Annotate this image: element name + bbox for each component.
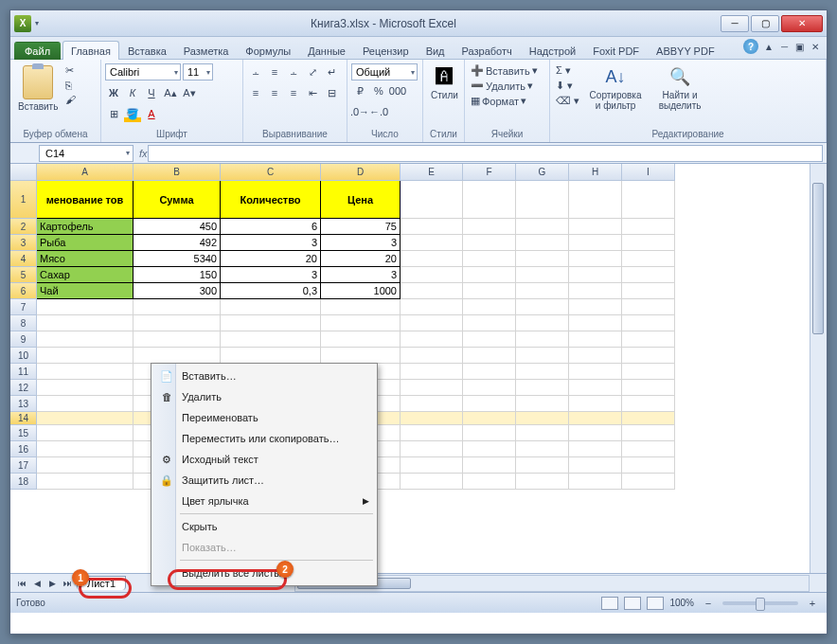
col-header-A[interactable]: A: [37, 164, 134, 181]
cell[interactable]: [569, 457, 622, 474]
row-header-5[interactable]: 5: [10, 267, 37, 283]
cell[interactable]: [463, 474, 516, 490]
cell[interactable]: [516, 251, 569, 267]
qat-dropdown[interactable]: ▾: [35, 19, 39, 27]
comma-button[interactable]: 000: [389, 82, 406, 99]
cell[interactable]: [401, 235, 463, 251]
cell[interactable]: 20: [221, 251, 321, 267]
cell[interactable]: [134, 348, 221, 364]
formula-input[interactable]: [148, 145, 823, 162]
cut-button[interactable]: ✂: [63, 63, 78, 78]
cell[interactable]: [221, 348, 321, 364]
row-header-10[interactable]: 10: [10, 348, 37, 364]
cell[interactable]: Чай: [37, 283, 134, 299]
col-header-H[interactable]: H: [569, 164, 622, 181]
cell[interactable]: [463, 331, 516, 348]
row-header-18[interactable]: 18: [10, 474, 37, 490]
cell[interactable]: [463, 251, 516, 267]
cell[interactable]: 3: [221, 235, 321, 251]
row-header-4[interactable]: 4: [10, 251, 37, 267]
cell[interactable]: [463, 364, 516, 380]
close-button[interactable]: ✕: [781, 15, 823, 32]
cell[interactable]: [569, 412, 622, 425]
cell[interactable]: [463, 181, 516, 219]
cell[interactable]: [516, 315, 569, 331]
col-header-I[interactable]: I: [622, 164, 675, 181]
row-header-2[interactable]: 2: [10, 219, 37, 235]
find-select-button[interactable]: 🔍Найти и выделить: [650, 63, 710, 113]
cell[interactable]: [569, 331, 622, 348]
doc-restore-icon[interactable]: ▣: [793, 40, 806, 54]
menu-source[interactable]: ⚙Исходный текст: [153, 449, 375, 470]
tab-data[interactable]: Данные: [299, 41, 354, 60]
cell[interactable]: [516, 425, 569, 441]
tab-review[interactable]: Рецензир: [354, 41, 418, 60]
align-left-button[interactable]: ≡: [247, 84, 264, 101]
row-header-1[interactable]: 1: [10, 181, 37, 219]
currency-button[interactable]: ₽: [351, 82, 368, 99]
font-name-combo[interactable]: Calibri: [105, 63, 181, 80]
row-header-6[interactable]: 6: [10, 283, 37, 299]
cell[interactable]: [622, 364, 675, 380]
cells-insert-button[interactable]: ➕ Вставить ▾: [469, 63, 540, 78]
cell[interactable]: [622, 331, 675, 348]
cell[interactable]: [401, 396, 463, 412]
cell[interactable]: [569, 348, 622, 364]
fill-button[interactable]: ⬇ ▾: [554, 79, 581, 93]
cell[interactable]: [463, 283, 516, 299]
align-top-button[interactable]: ⫠: [247, 63, 264, 80]
cell[interactable]: 0,3: [221, 283, 321, 299]
name-box[interactable]: C14: [39, 145, 134, 162]
cell[interactable]: [516, 283, 569, 299]
grow-font-button[interactable]: A▴: [162, 84, 179, 101]
menu-tabcolor[interactable]: Цвет ярлычка▶: [153, 491, 375, 511]
cell[interactable]: [37, 315, 134, 331]
cell[interactable]: [569, 315, 622, 331]
sheet-nav-first[interactable]: ⏮: [14, 576, 29, 591]
cell[interactable]: [401, 331, 463, 348]
cell[interactable]: [622, 251, 675, 267]
clear-button[interactable]: ⌫ ▾: [554, 94, 581, 108]
cell[interactable]: [463, 315, 516, 331]
cell[interactable]: [569, 251, 622, 267]
merge-button[interactable]: ⊟: [323, 84, 340, 101]
col-header-D[interactable]: D: [321, 164, 401, 181]
align-center-button[interactable]: ≡: [266, 84, 283, 101]
underline-button[interactable]: Ч: [143, 84, 160, 101]
row-header-16[interactable]: 16: [10, 441, 37, 457]
cell[interactable]: [37, 412, 134, 425]
cell[interactable]: 300: [134, 283, 221, 299]
cell[interactable]: [401, 380, 463, 396]
cell[interactable]: [622, 235, 675, 251]
cell[interactable]: [401, 441, 463, 457]
cell[interactable]: [401, 251, 463, 267]
cell[interactable]: [569, 181, 622, 219]
cell[interactable]: [622, 315, 675, 331]
cell[interactable]: 5340: [134, 251, 221, 267]
cell[interactable]: [463, 299, 516, 315]
row-header-12[interactable]: 12: [10, 380, 37, 396]
select-all-corner[interactable]: [10, 164, 37, 181]
cell[interactable]: [516, 348, 569, 364]
cell[interactable]: [321, 315, 401, 331]
cell[interactable]: [463, 441, 516, 457]
cell[interactable]: [37, 348, 134, 364]
cell[interactable]: [463, 412, 516, 425]
cell[interactable]: [37, 331, 134, 348]
cell[interactable]: менование тов: [37, 181, 134, 219]
doc-minimize-icon[interactable]: ─: [779, 40, 790, 54]
paste-button[interactable]: Вставить: [14, 63, 62, 114]
cell[interactable]: [622, 181, 675, 219]
styles-button[interactable]: 🅰Стили: [427, 63, 462, 102]
tab-layout[interactable]: Разметка: [175, 41, 238, 60]
cell[interactable]: [622, 219, 675, 235]
col-header-E[interactable]: E: [401, 164, 463, 181]
cell[interactable]: 450: [134, 219, 221, 235]
row-header-17[interactable]: 17: [10, 457, 37, 474]
cell[interactable]: [401, 412, 463, 425]
scroll-thumb[interactable]: [812, 183, 824, 334]
bold-button[interactable]: Ж: [105, 84, 122, 101]
cell[interactable]: [569, 283, 622, 299]
cell[interactable]: [569, 425, 622, 441]
menu-move[interactable]: Переместить или скопировать…: [153, 428, 375, 449]
